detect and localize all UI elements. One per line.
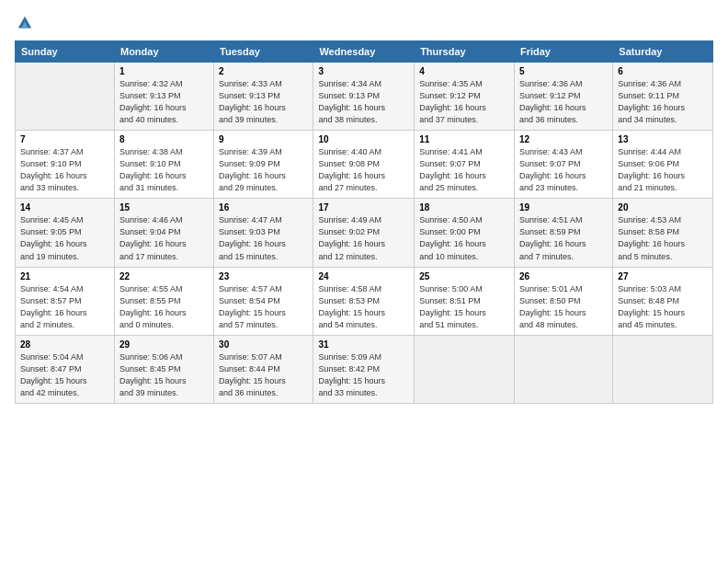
- day-info: Sunrise: 5:04 AM Sunset: 8:47 PM Dayligh…: [20, 351, 109, 399]
- day-number: 31: [318, 339, 409, 350]
- calendar-cell: 16Sunrise: 4:47 AM Sunset: 9:03 PM Dayli…: [214, 199, 313, 267]
- day-number: 2: [219, 66, 308, 76]
- day-number: 25: [419, 271, 509, 282]
- day-info: Sunrise: 4:50 AM Sunset: 9:00 PM Dayligh…: [419, 214, 509, 262]
- day-info: Sunrise: 4:34 AM Sunset: 9:13 PM Dayligh…: [318, 78, 409, 126]
- calendar-cell: 7Sunrise: 4:37 AM Sunset: 9:10 PM Daylig…: [16, 131, 115, 199]
- day-info: Sunrise: 4:36 AM Sunset: 9:12 PM Dayligh…: [519, 78, 608, 126]
- day-info: Sunrise: 4:35 AM Sunset: 9:12 PM Dayligh…: [419, 78, 509, 126]
- weekday-header: Sunday: [16, 41, 115, 63]
- day-number: 14: [20, 202, 109, 213]
- calendar-cell: 31Sunrise: 5:09 AM Sunset: 8:42 PM Dayli…: [313, 335, 415, 403]
- day-number: 30: [219, 339, 308, 350]
- day-number: 8: [119, 134, 209, 144]
- weekday-header: Monday: [114, 41, 213, 63]
- calendar-cell: 3Sunrise: 4:34 AM Sunset: 9:13 PM Daylig…: [313, 63, 415, 131]
- calendar-cell: 15Sunrise: 4:46 AM Sunset: 9:04 PM Dayli…: [114, 199, 213, 267]
- calendar-week-row: 28Sunrise: 5:04 AM Sunset: 8:47 PM Dayli…: [16, 335, 713, 403]
- calendar-cell: 21Sunrise: 4:54 AM Sunset: 8:57 PM Dayli…: [16, 267, 115, 335]
- day-info: Sunrise: 4:54 AM Sunset: 8:57 PM Dayligh…: [20, 283, 109, 331]
- calendar-cell: 6Sunrise: 4:36 AM Sunset: 9:11 PM Daylig…: [613, 63, 713, 131]
- header: [15, 15, 713, 31]
- day-number: 6: [618, 66, 708, 76]
- calendar-cell: 17Sunrise: 4:49 AM Sunset: 9:02 PM Dayli…: [313, 199, 415, 267]
- logo: [15, 15, 33, 31]
- weekday-header: Thursday: [415, 41, 515, 63]
- weekday-header: Wednesday: [313, 41, 415, 63]
- day-number: 15: [119, 202, 209, 213]
- day-info: Sunrise: 5:09 AM Sunset: 8:42 PM Dayligh…: [318, 351, 409, 399]
- day-info: Sunrise: 4:36 AM Sunset: 9:11 PM Dayligh…: [618, 78, 708, 126]
- day-number: 13: [618, 134, 708, 144]
- calendar-cell: 4Sunrise: 4:35 AM Sunset: 9:12 PM Daylig…: [415, 63, 515, 131]
- day-info: Sunrise: 4:32 AM Sunset: 9:13 PM Dayligh…: [119, 78, 209, 126]
- calendar-cell: 9Sunrise: 4:39 AM Sunset: 9:09 PM Daylig…: [214, 131, 313, 199]
- day-number: 26: [519, 271, 608, 282]
- calendar-cell: [415, 335, 515, 403]
- day-number: 9: [219, 134, 308, 144]
- day-number: 28: [20, 339, 109, 350]
- day-number: 5: [519, 66, 608, 76]
- day-number: 7: [20, 134, 109, 144]
- calendar-cell: 2Sunrise: 4:33 AM Sunset: 9:13 PM Daylig…: [214, 63, 313, 131]
- calendar-cell: 18Sunrise: 4:50 AM Sunset: 9:00 PM Dayli…: [415, 199, 515, 267]
- day-number: 27: [618, 271, 708, 282]
- day-number: 12: [519, 134, 608, 144]
- day-info: Sunrise: 4:40 AM Sunset: 9:08 PM Dayligh…: [318, 146, 409, 194]
- calendar-cell: 27Sunrise: 5:03 AM Sunset: 8:48 PM Dayli…: [613, 267, 713, 335]
- day-info: Sunrise: 4:33 AM Sunset: 9:13 PM Dayligh…: [219, 78, 308, 126]
- weekday-header: Friday: [514, 41, 612, 63]
- page-container: SundayMondayTuesdayWednesdayThursdayFrid…: [0, 0, 728, 563]
- calendar-cell: 29Sunrise: 5:06 AM Sunset: 8:45 PM Dayli…: [114, 335, 213, 403]
- calendar-cell: [613, 335, 713, 403]
- weekday-header: Saturday: [613, 41, 713, 63]
- day-number: 20: [618, 202, 708, 213]
- day-info: Sunrise: 4:47 AM Sunset: 9:03 PM Dayligh…: [219, 214, 308, 262]
- calendar-cell: 11Sunrise: 4:41 AM Sunset: 9:07 PM Dayli…: [415, 131, 515, 199]
- calendar-week-row: 7Sunrise: 4:37 AM Sunset: 9:10 PM Daylig…: [16, 131, 713, 199]
- day-number: 4: [419, 66, 509, 76]
- day-number: 21: [20, 271, 109, 282]
- calendar-cell: 23Sunrise: 4:57 AM Sunset: 8:54 PM Dayli…: [214, 267, 313, 335]
- day-info: Sunrise: 5:06 AM Sunset: 8:45 PM Dayligh…: [119, 351, 209, 399]
- calendar-cell: 30Sunrise: 5:07 AM Sunset: 8:44 PM Dayli…: [214, 335, 313, 403]
- day-info: Sunrise: 4:41 AM Sunset: 9:07 PM Dayligh…: [419, 146, 509, 194]
- day-number: 29: [119, 339, 209, 350]
- calendar-cell: 20Sunrise: 4:53 AM Sunset: 8:58 PM Dayli…: [613, 199, 713, 267]
- day-number: 1: [119, 66, 209, 76]
- day-info: Sunrise: 4:57 AM Sunset: 8:54 PM Dayligh…: [219, 283, 308, 331]
- day-number: 19: [519, 202, 608, 213]
- day-info: Sunrise: 4:45 AM Sunset: 9:05 PM Dayligh…: [20, 214, 109, 262]
- calendar-cell: 22Sunrise: 4:55 AM Sunset: 8:55 PM Dayli…: [114, 267, 213, 335]
- calendar-cell: 26Sunrise: 5:01 AM Sunset: 8:50 PM Dayli…: [514, 267, 612, 335]
- day-info: Sunrise: 4:39 AM Sunset: 9:09 PM Dayligh…: [219, 146, 308, 194]
- day-info: Sunrise: 4:44 AM Sunset: 9:06 PM Dayligh…: [618, 146, 708, 194]
- calendar-week-row: 1Sunrise: 4:32 AM Sunset: 9:13 PM Daylig…: [16, 63, 713, 131]
- day-info: Sunrise: 5:07 AM Sunset: 8:44 PM Dayligh…: [219, 351, 308, 399]
- day-info: Sunrise: 4:38 AM Sunset: 9:10 PM Dayligh…: [119, 146, 209, 194]
- day-number: 11: [419, 134, 509, 144]
- calendar-cell: 8Sunrise: 4:38 AM Sunset: 9:10 PM Daylig…: [114, 131, 213, 199]
- calendar-cell: 25Sunrise: 5:00 AM Sunset: 8:51 PM Dayli…: [415, 267, 515, 335]
- calendar-cell: [16, 63, 115, 131]
- day-number: 10: [318, 134, 409, 144]
- calendar-cell: 28Sunrise: 5:04 AM Sunset: 8:47 PM Dayli…: [16, 335, 115, 403]
- day-info: Sunrise: 4:51 AM Sunset: 8:59 PM Dayligh…: [519, 214, 608, 262]
- day-number: 16: [219, 202, 308, 213]
- day-number: 3: [318, 66, 409, 76]
- day-number: 24: [318, 271, 409, 282]
- day-info: Sunrise: 4:37 AM Sunset: 9:10 PM Dayligh…: [20, 146, 109, 194]
- calendar-week-row: 14Sunrise: 4:45 AM Sunset: 9:05 PM Dayli…: [16, 199, 713, 267]
- day-info: Sunrise: 5:03 AM Sunset: 8:48 PM Dayligh…: [618, 283, 708, 331]
- day-info: Sunrise: 4:43 AM Sunset: 9:07 PM Dayligh…: [519, 146, 608, 194]
- calendar-cell: 13Sunrise: 4:44 AM Sunset: 9:06 PM Dayli…: [613, 131, 713, 199]
- day-info: Sunrise: 4:49 AM Sunset: 9:02 PM Dayligh…: [318, 214, 409, 262]
- day-info: Sunrise: 4:58 AM Sunset: 8:53 PM Dayligh…: [318, 283, 409, 331]
- weekday-header: Tuesday: [214, 41, 313, 63]
- day-info: Sunrise: 5:00 AM Sunset: 8:51 PM Dayligh…: [419, 283, 509, 331]
- day-info: Sunrise: 5:01 AM Sunset: 8:50 PM Dayligh…: [519, 283, 608, 331]
- calendar-cell: 10Sunrise: 4:40 AM Sunset: 9:08 PM Dayli…: [313, 131, 415, 199]
- calendar-cell: [514, 335, 612, 403]
- calendar-cell: 19Sunrise: 4:51 AM Sunset: 8:59 PM Dayli…: [514, 199, 612, 267]
- calendar-cell: 24Sunrise: 4:58 AM Sunset: 8:53 PM Dayli…: [313, 267, 415, 335]
